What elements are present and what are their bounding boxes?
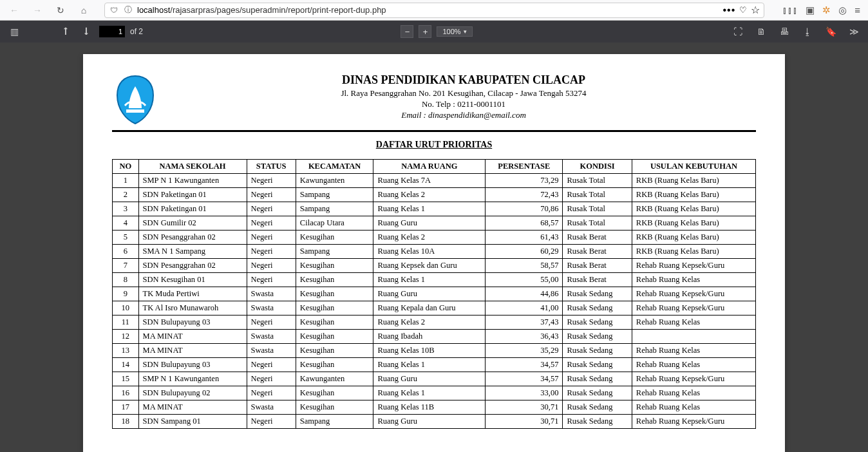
table-cell: Negeri bbox=[247, 415, 296, 429]
table-cell: 60,29 bbox=[486, 245, 563, 259]
sidebar-icon[interactable]: ▣ bbox=[806, 5, 815, 16]
table-cell: Rusak Sedang bbox=[563, 344, 632, 358]
table-cell: Rehab Ruang Kelas bbox=[632, 273, 755, 287]
back-button[interactable]: ← bbox=[5, 1, 23, 19]
table-cell: Negeri bbox=[247, 216, 296, 231]
table-cell: 9 bbox=[113, 287, 139, 301]
table-cell: Rusak Total bbox=[563, 174, 632, 188]
org-phone: No. Telp : 0211-0001101 bbox=[171, 99, 756, 109]
org-email: Email : dinaspendidikan@email.com bbox=[171, 110, 756, 120]
table-cell: Kesugihan bbox=[296, 344, 373, 358]
table-cell: 4 bbox=[113, 216, 139, 231]
sidebar-toggle-icon[interactable]: ▥ bbox=[6, 24, 22, 39]
column-header: USULAN KEBUTUHAN bbox=[632, 160, 755, 174]
table-cell: 15 bbox=[113, 372, 139, 386]
table-cell: 7 bbox=[113, 259, 139, 273]
pdf-viewer[interactable]: DINAS PENDIDIKAN KABUPATEN CILACAP Jl. R… bbox=[0, 42, 868, 452]
table-cell: Kesugihan bbox=[296, 301, 373, 315]
table-header-row: NONAMA SEKOLAHSTATUSKECAMATANNAMA RUANGP… bbox=[113, 160, 756, 174]
table-cell: Negeri bbox=[247, 315, 296, 330]
table-cell: Rusak Total bbox=[563, 202, 632, 216]
url-text[interactable]: localhost/rajasarpras/pages/superadmin/r… bbox=[137, 5, 719, 15]
table-cell: Rusak Berat bbox=[563, 273, 632, 287]
table-cell: Kawunganten bbox=[296, 174, 373, 188]
table-cell: SDN Bulupayung 02 bbox=[138, 386, 247, 400]
table-cell: Negeri bbox=[247, 188, 296, 202]
table-cell: 8 bbox=[113, 273, 139, 287]
table-row: 11SDN Bulupayung 03NegeriKesugihanRuang … bbox=[113, 315, 756, 330]
address-bar[interactable]: 🛡 ⓘ localhost/rajasarpras/pages/superadm… bbox=[104, 3, 764, 18]
table-row: 14SDN Bulupayung 03NegeriKesugihanRuang … bbox=[113, 358, 756, 372]
zoom-in-button[interactable]: + bbox=[419, 25, 431, 38]
reader-icon[interactable]: ♡ bbox=[739, 5, 747, 15]
table-cell: Rehab Ruang Kepsek/Guru bbox=[632, 259, 755, 273]
table-cell: 35,29 bbox=[486, 344, 563, 358]
column-header: NO bbox=[113, 160, 139, 174]
table-cell: Kesugihan bbox=[296, 273, 373, 287]
account-icon[interactable]: ◎ bbox=[838, 5, 847, 16]
table-cell: SDN Bulupayung 03 bbox=[138, 358, 247, 372]
presentation-icon[interactable]: ⛶ bbox=[730, 24, 746, 39]
table-row: 2SDN Paketingan 01NegeriSampangRuang Kel… bbox=[113, 188, 756, 202]
org-address: Jl. Raya Pesanggrahan No. 201 Kesugihan,… bbox=[171, 88, 756, 99]
download-icon[interactable]: ⭳ bbox=[800, 24, 815, 39]
table-cell: Sampang bbox=[296, 245, 373, 259]
table-cell: 41,00 bbox=[486, 301, 563, 315]
table-cell: Rusak Berat bbox=[563, 259, 632, 273]
table-cell: Rusak Sedang bbox=[563, 386, 632, 400]
info-icon[interactable]: ⓘ bbox=[123, 5, 133, 15]
table-cell: Ruang Kelas 2 bbox=[373, 315, 486, 330]
table-cell: Negeri bbox=[247, 174, 296, 188]
home-button[interactable]: ⌂ bbox=[75, 1, 93, 19]
table-cell: 18 bbox=[113, 415, 139, 429]
table-cell: SMA N 1 Sampang bbox=[138, 245, 247, 259]
table-cell: Rusak Berat bbox=[563, 231, 632, 245]
table-cell: Ruang Kelas 1 bbox=[373, 202, 486, 216]
table-cell: Ruang Guru bbox=[373, 372, 486, 386]
page-down-icon[interactable]: 🠗 bbox=[79, 24, 94, 39]
print-icon[interactable]: 🖶 bbox=[777, 24, 792, 39]
document-title: DAFTAR URUT PRIORITAS bbox=[112, 140, 756, 150]
reload-button[interactable]: ↻ bbox=[52, 1, 70, 19]
bookmark-star-icon[interactable]: ☆ bbox=[751, 4, 760, 16]
table-cell: 17 bbox=[113, 400, 139, 415]
page-up-icon[interactable]: 🠕 bbox=[58, 24, 73, 39]
tools-icon[interactable]: ≫ bbox=[846, 24, 862, 39]
table-cell: Kesugihan bbox=[296, 287, 373, 301]
table-cell: Ruang Kepsek dan Guru bbox=[373, 259, 486, 273]
forward-button[interactable]: → bbox=[28, 1, 46, 19]
zoom-out-button[interactable]: − bbox=[401, 25, 413, 38]
page-actions-icon[interactable]: ••• bbox=[722, 5, 735, 16]
table-cell: Swasta bbox=[247, 301, 296, 315]
table-cell: 11 bbox=[113, 315, 139, 330]
url-host: localhost bbox=[137, 5, 170, 15]
chevron-down-icon: ▾ bbox=[464, 28, 467, 35]
table-cell: Rusak Total bbox=[563, 188, 632, 202]
table-cell: Kesugihan bbox=[296, 231, 373, 245]
table-cell: Sampang bbox=[296, 202, 373, 216]
table-cell: Swasta bbox=[247, 344, 296, 358]
table-cell: TK Muda Pertiwi bbox=[138, 287, 247, 301]
table-cell: 6 bbox=[113, 245, 139, 259]
table-cell: Cilacap Utara bbox=[296, 216, 373, 231]
menu-icon[interactable]: ≡ bbox=[854, 5, 860, 15]
table-cell: SDN Pesanggrahan 02 bbox=[138, 259, 247, 273]
open-file-icon[interactable]: 🗎 bbox=[753, 24, 769, 39]
table-cell: 34,57 bbox=[486, 358, 563, 372]
table-cell: Rehab Ruang Kelas bbox=[632, 344, 755, 358]
table-cell: 16 bbox=[113, 386, 139, 400]
table-cell: 30,71 bbox=[486, 400, 563, 415]
table-cell: Ruang Kelas 7A bbox=[373, 174, 486, 188]
zoom-select[interactable]: 100% ▾ bbox=[437, 26, 472, 37]
table-cell: Kawunganten bbox=[296, 372, 373, 386]
table-cell: RKB (Ruang Kelas Baru) bbox=[632, 231, 755, 245]
extension-icon[interactable]: ✲ bbox=[822, 5, 831, 16]
table-cell: RKB (Ruang Kelas Baru) bbox=[632, 245, 755, 259]
library-icon[interactable]: ⫿⫿⫿ bbox=[782, 5, 798, 15]
page-number-input[interactable] bbox=[99, 26, 125, 37]
bookmark-icon[interactable]: 🔖 bbox=[823, 24, 838, 39]
table-cell: Kesugihan bbox=[296, 400, 373, 415]
priority-table: NONAMA SEKOLAHSTATUSKECAMATANNAMA RUANGP… bbox=[112, 159, 756, 429]
table-cell: Negeri bbox=[247, 231, 296, 245]
table-cell: Rehab Ruang Kelas bbox=[632, 386, 755, 400]
